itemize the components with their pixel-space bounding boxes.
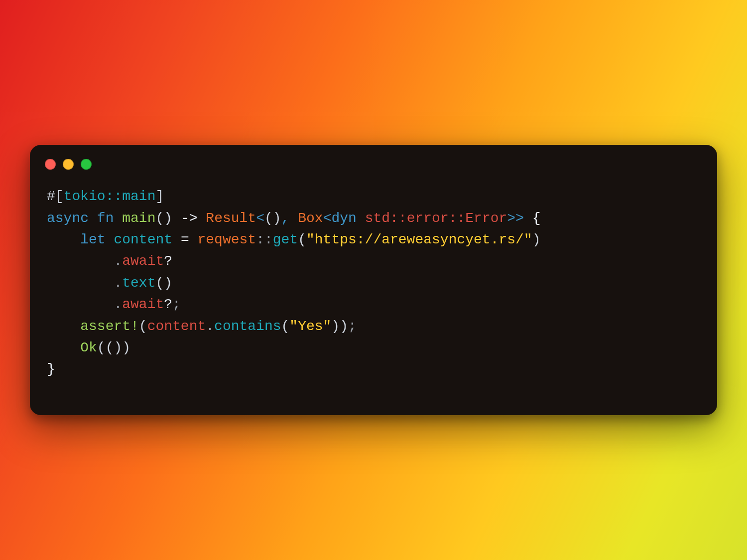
fn-call-token: text — [122, 275, 155, 291]
brace-token: { — [532, 211, 541, 226]
paren-token: ( — [298, 232, 306, 247]
dot-token: . — [206, 319, 214, 334]
hash-token: # — [47, 189, 55, 204]
keyword-token: let — [80, 232, 105, 247]
string-token: "https://areweasyncyet.rs/" — [306, 232, 532, 247]
paren-token: ( — [139, 319, 147, 334]
code-line-3: let content = reqwest::get("https://arew… — [47, 232, 540, 247]
ok-token: Ok — [80, 340, 97, 355]
fn-call-token: contains — [214, 319, 281, 334]
code-window: #[tokio::main] async fn main() -> Result… — [30, 145, 717, 415]
question-token: ? — [164, 253, 172, 269]
fn-call-token: get — [273, 232, 298, 247]
code-line-7: assert!(content.contains("Yes")); — [47, 319, 357, 334]
paren-token: ( — [155, 275, 164, 291]
keyword-token: dyn — [331, 211, 356, 226]
bracket-token: ] — [155, 189, 164, 204]
dot-token: . — [114, 275, 122, 291]
attribute-token: tokio::main — [64, 189, 156, 204]
angle-token: < — [256, 211, 264, 226]
zoom-icon[interactable] — [81, 159, 92, 170]
dot-token: . — [114, 253, 122, 269]
semi-token: ; — [348, 319, 357, 334]
paren-token: ) — [340, 319, 348, 334]
paren-token: ( — [264, 211, 273, 226]
ident-token: content — [114, 232, 172, 247]
paren-token: ) — [114, 340, 122, 355]
question-token: ? — [164, 297, 172, 312]
code-line-5: .text() — [47, 275, 172, 291]
paren-token: ( — [97, 340, 106, 355]
window-titlebar — [30, 145, 717, 173]
paren-token: ) — [273, 211, 281, 226]
code-block: #[tokio::main] async fn main() -> Result… — [30, 173, 717, 415]
code-line-8: Ok(()) — [47, 340, 130, 355]
angle-token: < — [323, 211, 332, 226]
string-token: "Yes" — [289, 319, 331, 334]
arrow-token: -> — [181, 211, 198, 226]
await-token: await — [122, 297, 164, 312]
path-token: std::error::Error — [365, 211, 507, 226]
await-token: await — [122, 253, 164, 269]
comma-token: , — [281, 211, 290, 226]
ident-token: content — [147, 319, 206, 334]
dot-token: . — [114, 297, 122, 312]
code-line-2: async fn main() -> Result<(), Box<dyn st… — [47, 211, 541, 226]
angle-token: > — [507, 211, 515, 226]
semi-token: ; — [172, 297, 181, 312]
op-token: = — [181, 232, 189, 247]
angle-token: > — [515, 211, 524, 226]
paren-token: ) — [532, 232, 541, 247]
paren-token: ( — [106, 340, 114, 355]
macro-token: assert! — [80, 319, 139, 334]
bracket-token: [ — [55, 189, 64, 204]
keyword-token: fn — [97, 211, 114, 226]
minimize-icon[interactable] — [63, 159, 74, 170]
path-sep-token: :: — [256, 232, 273, 247]
type-token: Result — [206, 211, 256, 226]
type-token: Box — [298, 211, 323, 226]
path-token: reqwest — [198, 232, 256, 247]
paren-token: ( — [281, 319, 290, 334]
code-line-9: } — [47, 361, 55, 377]
code-line-4: .await? — [47, 253, 172, 269]
keyword-token: async — [47, 211, 89, 226]
paren-token: ) — [164, 275, 172, 291]
brace-token: } — [47, 361, 55, 377]
paren-token: ) — [122, 340, 130, 355]
paren-token: ) — [164, 211, 172, 226]
close-icon[interactable] — [45, 159, 56, 170]
code-line-1: #[tokio::main] — [47, 189, 164, 204]
fn-name-token: main — [122, 211, 155, 226]
code-line-6: .await?; — [47, 297, 181, 312]
paren-token: ) — [331, 319, 340, 334]
paren-token: ( — [155, 211, 164, 226]
